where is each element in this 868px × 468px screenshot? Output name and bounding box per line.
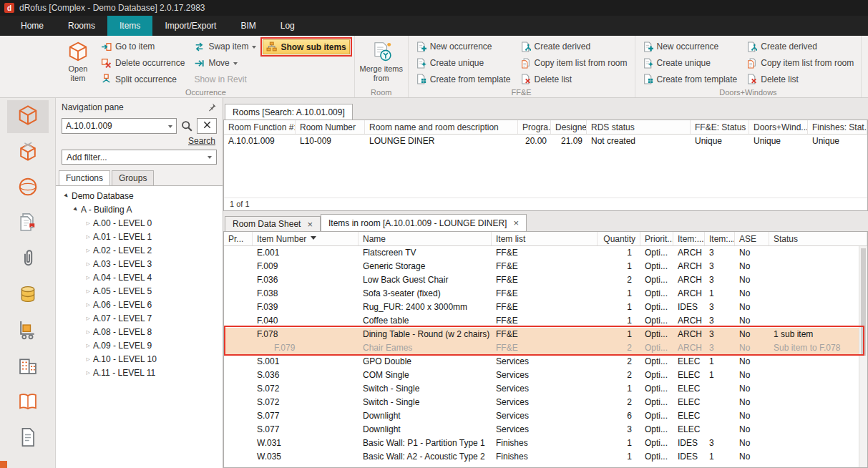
column-header[interactable]: Progra... [518,120,551,134]
tree-item[interactable]: A.07 - LEVEL 7 [56,311,223,325]
sidebar-item-templates[interactable] [7,208,49,240]
sidebar-item-items[interactable] [7,100,49,133]
ffe-create-unique-button[interactable]: Create unique [413,56,514,71]
dw-create-from-template-button[interactable]: Create from template [640,72,741,87]
room-row[interactable]: A.10.01.009 L10-009 LOUNGE DINER 20.00 2… [224,135,867,148]
tree-expander-icon[interactable] [83,288,93,294]
chevron-down-icon[interactable] [168,125,172,130]
split-occurrence-button[interactable]: Split occurrence [98,72,187,87]
tree-item[interactable]: A - Building A [56,203,223,216]
column-header[interactable]: Room Number [296,120,365,134]
item-row[interactable]: S.072 Switch - Single Services 2 Opti...… [224,396,867,409]
tree-expander-icon[interactable] [83,233,93,240]
column-header[interactable]: Finishes: Stat... [808,120,867,134]
tree-expander-icon[interactable] [83,328,93,335]
item-row[interactable]: S.036 COM Single Services 2 Opti... ELEC… [224,369,867,382]
add-filter-dropdown[interactable]: Add filter... [62,150,217,165]
tree-item[interactable]: A.09 - LEVEL 9 [56,338,223,352]
tree-expander-icon[interactable] [83,301,93,308]
ffe-delete-list-button[interactable]: Delete list [517,72,630,87]
column-header[interactable]: Item list [492,232,598,245]
item-row[interactable]: F.078 Dining Table - Round (w 2 chairs) … [224,328,867,341]
dw-create-derived-button[interactable]: Create derived [743,39,857,54]
ffe-copy-item-list-button[interactable]: Copy item list from room [517,56,630,71]
close-tab-icon[interactable] [513,218,519,228]
column-header[interactable]: Pr... [224,232,253,245]
move-button[interactable]: Move [191,56,259,71]
show-sub-items-button[interactable]: Show sub items [263,39,349,54]
tree-item[interactable]: Demo Database [56,189,223,203]
pin-icon[interactable] [207,102,217,112]
tree-item[interactable]: A.02 - LEVEL 2 [56,243,223,257]
item-row[interactable]: F.038 Sofa 3-seater (fixed) FF&E 1 Opti.… [224,287,867,301]
swap-item-button[interactable]: Swap item [191,39,259,54]
tree-expander-icon[interactable] [83,369,93,376]
column-header[interactable]: RDS status [587,120,691,134]
sidebar-item-reports[interactable] [7,422,49,455]
column-header[interactable]: Room name and room description [365,120,518,134]
sidebar-item-logistics[interactable] [7,315,49,348]
ffe-create-from-template-button[interactable]: Create from template [413,72,514,87]
document-tab[interactable]: Items in room [A.10.01.009 - LOUNGE DINE… [321,214,527,231]
item-row[interactable]: F.040 Coffee table FF&E 1 Opti... ARCH 3… [224,314,867,328]
tree-item[interactable]: A.01 - LEVEL 1 [56,230,223,243]
column-header[interactable]: FF&E: Status [691,120,749,134]
ffe-new-occurrence-button[interactable]: New occurrence [413,39,514,54]
menu-tab[interactable]: Log [268,16,307,36]
sidebar-item-catalogs[interactable] [7,386,49,419]
item-row[interactable]: E.001 Flatscreen TV FF&E 1 Opti... ARCH … [224,246,867,260]
dw-create-unique-button[interactable]: Create unique [640,56,741,71]
navigation-tab[interactable]: Functions [59,170,110,185]
column-header[interactable]: Item:... [673,232,705,245]
delete-occurrence-button[interactable]: Delete occurrence [98,56,187,71]
column-header[interactable]: ASE [735,232,769,245]
column-header[interactable]: Quantity [598,232,640,245]
column-header[interactable]: Doors+Wind... [749,120,808,134]
tree-expander-icon[interactable] [71,206,81,213]
close-tab-icon[interactable] [307,220,313,229]
tree-expander-icon[interactable] [83,342,93,348]
item-row[interactable]: F.079 Chair Eames FF&E 2 Opti... ARCH 3 … [224,341,867,355]
sidebar-item-products[interactable] [7,172,49,205]
column-header[interactable]: Status [769,232,867,245]
tree-item[interactable]: A.08 - LEVEL 8 [56,325,223,338]
tree-expander-icon[interactable] [83,247,93,253]
menu-tab[interactable]: BIM [228,16,268,36]
column-header[interactable]: Designe... [551,120,587,134]
clear-search-button[interactable] [197,118,217,134]
merge-items-from-button[interactable]: Merge items from [359,39,404,87]
sidebar-item-attachments[interactable] [7,243,49,276]
item-row[interactable]: S.072 Switch - Single Services 1 Opti...… [224,382,867,396]
column-header[interactable]: Room Function #: [224,120,296,134]
menu-tab[interactable]: Rooms [56,16,107,36]
menu-tab[interactable]: Home [9,16,56,36]
open-item-button[interactable]: Open item [62,39,94,87]
show-in-revit-button[interactable]: Show in Revit [191,72,259,87]
go-to-item-button[interactable]: Go to item [98,39,187,54]
item-row[interactable]: W.031 Basic Wall: P1 - Partition Type 1 … [224,437,867,450]
menu-tab[interactable]: Import/Export [152,16,228,36]
item-row[interactable]: F.036 Low Back Guest Chair FF&E 2 Opti..… [224,273,867,287]
item-row[interactable]: S.077 Downlight Services 3 Opti... ELEC … [224,423,867,437]
menu-tab[interactable]: Items [107,16,152,36]
item-row[interactable]: W.035 Basic Wall: A2 - Acoustic Type 2 F… [224,450,867,464]
tree-expander-icon[interactable] [83,356,93,362]
navigation-tab[interactable]: Groups [112,170,154,185]
tree-item[interactable]: A.10 - LEVEL 10 [56,352,223,366]
tree-expander-icon[interactable] [83,220,93,226]
tree-expander-icon[interactable] [83,274,93,281]
search-combo[interactable] [62,118,177,134]
tree-item[interactable]: A.05 - LEVEL 5 [56,284,223,298]
sidebar-item-occurrences[interactable] [7,136,49,169]
item-row[interactable]: F.009 Generic Storage FF&E 1 Opti... ARC… [224,260,867,273]
column-header[interactable]: Name [359,232,492,245]
column-header[interactable]: Item:... [705,232,735,245]
dw-copy-item-list-button[interactable]: Copy item list from room [743,56,857,71]
tree-expander-icon[interactable] [83,260,93,267]
tree-item[interactable]: A.06 - LEVEL 6 [56,298,223,311]
item-row[interactable]: S.077 Downlight Services 6 Opti... ELEC … [224,409,867,423]
search-icon[interactable] [180,120,193,132]
tree-item[interactable]: A.03 - LEVEL 3 [56,257,223,270]
column-header[interactable]: Item Number [253,232,359,245]
search-input[interactable] [66,121,168,131]
